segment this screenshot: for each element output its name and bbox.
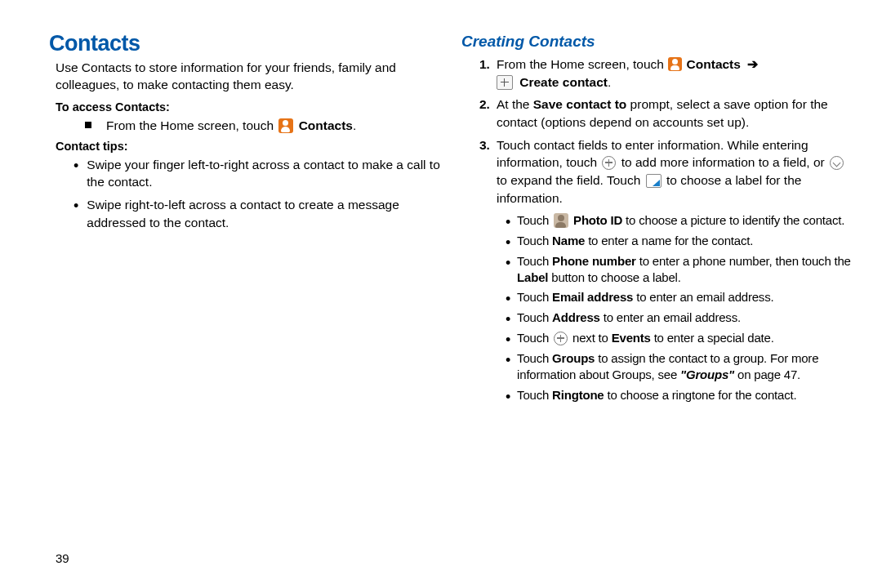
plus-box-icon xyxy=(497,75,513,90)
left-column: Contacts Use Contacts to store informati… xyxy=(49,31,445,408)
step1-create: Create contact xyxy=(516,75,608,89)
contacts-app-icon xyxy=(278,118,293,133)
step1-post: . xyxy=(608,75,611,89)
bullet-icon: • xyxy=(506,353,510,368)
access-text-post: . xyxy=(353,118,356,132)
bullet-icon: • xyxy=(506,235,510,250)
step-1: 1. From the Home screen, touch Contacts … xyxy=(461,56,858,91)
step-3: 3. Touch contact fields to enter informa… xyxy=(461,136,858,207)
chevron-circle-icon xyxy=(830,156,844,170)
step2-a: At the xyxy=(497,97,533,111)
bullet-icon: • xyxy=(506,256,510,270)
plus-circle-icon xyxy=(554,332,568,345)
right-column: Creating Contacts 1. From the Home scree… xyxy=(461,31,858,408)
bullet-name: • Touch Name to enter a name for the con… xyxy=(461,233,858,250)
step-number: 3. xyxy=(479,136,490,154)
bullet-events: • Touch next to Events to enter a specia… xyxy=(461,330,858,347)
bullet-icon: • xyxy=(74,198,78,213)
label-icon xyxy=(646,174,662,188)
section-title: Contacts xyxy=(49,31,445,56)
bullet-photo: • Touch Photo ID to choose a picture to … xyxy=(461,212,858,229)
square-bullet-icon xyxy=(85,122,91,128)
tip-row-1: • Swipe your finger left-to-right across… xyxy=(49,156,445,191)
plus-circle-icon xyxy=(602,156,616,170)
bullet-icon: • xyxy=(506,332,510,347)
tips-heading: Contact tips: xyxy=(56,140,445,153)
tip-row-2: • Swipe right-to-left across a contact t… xyxy=(49,196,445,231)
step-2: 2. At the Save contact to prompt, select… xyxy=(461,96,858,131)
step3-b: to add more information to a field, or xyxy=(617,155,828,169)
bullet-icon: • xyxy=(506,390,510,404)
contacts-app-icon xyxy=(668,57,682,71)
bullet-email: • Touch Email address to enter an email … xyxy=(461,289,858,306)
access-text-pre: From the Home screen, touch xyxy=(106,118,277,132)
bullet-ringtone: • Touch Ringtone to choose a ringtone fo… xyxy=(461,387,858,404)
step1-pre: From the Home screen, touch xyxy=(497,57,667,71)
bullet-groups: • Touch Groups to assign the contact to … xyxy=(461,350,858,384)
access-row: From the Home screen, touch Contacts. xyxy=(49,117,445,135)
bullet-phone: • Touch Phone number to enter a phone nu… xyxy=(461,253,858,287)
bullet-icon: • xyxy=(506,312,510,327)
arrow-icon: ➔ xyxy=(747,57,758,71)
tip-text-1: Swipe your finger left-to-right across a… xyxy=(87,156,445,191)
bullet-icon: • xyxy=(506,215,510,229)
intro-text: Use Contacts to store information for yo… xyxy=(49,60,445,94)
bullet-address: • Touch Address to enter an email addres… xyxy=(461,310,858,327)
step-number: 2. xyxy=(479,96,490,114)
photo-id-icon xyxy=(554,213,568,228)
page-number: 39 xyxy=(56,551,69,565)
bullet-icon: • xyxy=(74,158,78,173)
subsection-title: Creating Contacts xyxy=(461,33,858,51)
step-number: 1. xyxy=(479,56,490,74)
bullet-icon: • xyxy=(506,292,510,306)
step1-contacts: Contacts xyxy=(683,57,744,71)
step3-c: to expand the field. Touch xyxy=(497,173,644,187)
access-heading: To access Contacts: xyxy=(56,100,445,114)
access-contacts-label: Contacts xyxy=(295,118,353,132)
tip-text-2: Swipe right-to-left across a contact to … xyxy=(87,196,445,231)
step2-b: Save contact to xyxy=(533,97,627,111)
